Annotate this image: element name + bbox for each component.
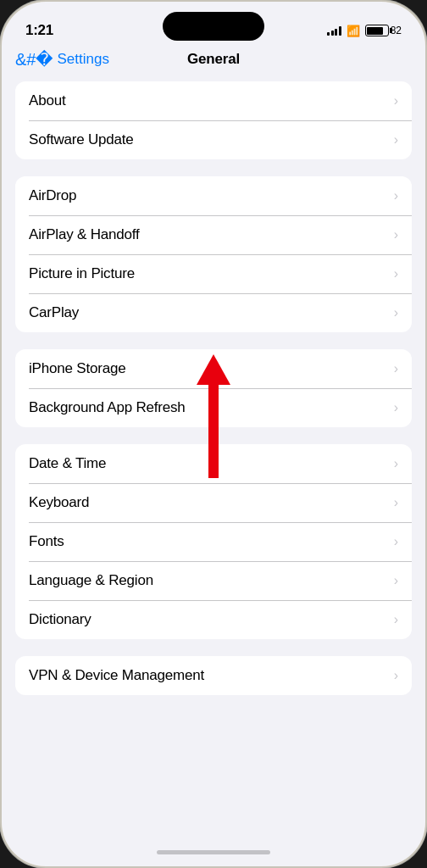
chevron-about-icon: › — [394, 93, 398, 108]
phone-shell: 1:21 📶 82 &#� Settings General — [0, 0, 427, 868]
back-label: Settings — [57, 51, 108, 68]
section-about: About › Software Update › — [15, 81, 412, 159]
row-vpn-device-management[interactable]: VPN & Device Management › — [15, 656, 412, 695]
section-connectivity: AirDrop › AirPlay & Handoff › Picture in… — [15, 176, 412, 332]
chevron-fonts-icon: › — [394, 534, 398, 549]
row-airplay-handoff-label: AirPlay & Handoff — [29, 226, 139, 243]
chevron-dictionary-icon: › — [394, 612, 398, 627]
row-airdrop-label: AirDrop — [29, 187, 76, 204]
row-picture-in-picture-label: Picture in Picture — [29, 265, 135, 282]
chevron-vpn-icon: › — [394, 668, 398, 683]
row-software-update[interactable]: Software Update › — [15, 120, 412, 159]
content-area: About › Software Update › AirDrop › AirP… — [2, 76, 425, 837]
back-chevron-icon: &#� — [15, 51, 53, 68]
chevron-background-refresh-icon: › — [394, 400, 398, 415]
signal-icon — [327, 25, 341, 36]
chevron-pip-icon: › — [394, 266, 398, 281]
status-icons: 📶 82 — [327, 25, 402, 37]
battery-level: 82 — [391, 25, 402, 36]
dynamic-island — [163, 12, 264, 41]
wifi-icon: 📶 — [347, 25, 360, 37]
row-date-time-label: Date & Time — [29, 455, 106, 472]
battery-icon: 82 — [365, 25, 402, 36]
chevron-airdrop-icon: › — [394, 188, 398, 203]
chevron-date-time-icon: › — [394, 456, 398, 471]
row-airplay-handoff[interactable]: AirPlay & Handoff › — [15, 215, 412, 254]
chevron-keyboard-icon: › — [394, 495, 398, 510]
row-vpn-label: VPN & Device Management — [29, 667, 204, 684]
page-title: General — [187, 51, 240, 68]
row-keyboard-label: Keyboard — [29, 494, 89, 511]
row-language-region-label: Language & Region — [29, 572, 153, 589]
row-keyboard[interactable]: Keyboard › — [15, 483, 412, 522]
row-language-region[interactable]: Language & Region › — [15, 561, 412, 600]
home-bar — [157, 850, 270, 854]
row-about-label: About — [29, 92, 65, 109]
home-indicator — [2, 837, 425, 866]
row-carplay[interactable]: CarPlay › — [15, 293, 412, 332]
section-vpn: VPN & Device Management › — [15, 656, 412, 695]
row-carplay-label: CarPlay — [29, 304, 79, 321]
chevron-carplay-icon: › — [394, 305, 398, 320]
row-software-update-label: Software Update — [29, 131, 134, 148]
status-time: 1:21 — [25, 22, 53, 39]
row-airdrop[interactable]: AirDrop › — [15, 176, 412, 215]
chevron-language-icon: › — [394, 573, 398, 588]
row-picture-in-picture[interactable]: Picture in Picture › — [15, 254, 412, 293]
chevron-airplay-icon: › — [394, 227, 398, 242]
row-dictionary-label: Dictionary — [29, 611, 92, 628]
row-fonts-label: Fonts — [29, 533, 64, 550]
screen: 1:21 📶 82 &#� Settings General — [2, 2, 425, 866]
row-dictionary[interactable]: Dictionary › — [15, 600, 412, 639]
back-button[interactable]: &#� Settings — [15, 51, 109, 68]
row-iphone-storage-label: iPhone Storage — [29, 360, 125, 377]
row-fonts[interactable]: Fonts › — [15, 522, 412, 561]
row-background-app-refresh-label: Background App Refresh — [29, 399, 186, 416]
arrow-shaft — [208, 385, 219, 478]
arrow-head-icon — [197, 354, 230, 385]
chevron-storage-icon: › — [394, 361, 398, 376]
chevron-software-update-icon: › — [394, 132, 398, 147]
row-about[interactable]: About › — [15, 81, 412, 120]
arrow-annotation — [197, 355, 230, 478]
nav-bar: &#� Settings General — [2, 47, 425, 76]
